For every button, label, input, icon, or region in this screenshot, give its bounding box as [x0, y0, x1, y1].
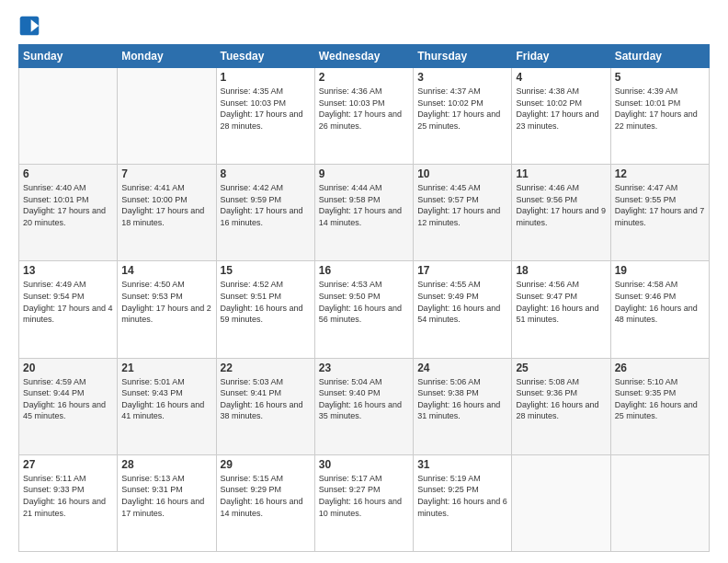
calendar-cell: 3Sunrise: 4:37 AM Sunset: 10:02 PM Dayli… [414, 68, 512, 165]
cell-info: Sunrise: 5:01 AM Sunset: 9:43 PM Dayligh… [121, 376, 211, 422]
calendar-cell: 6Sunrise: 4:40 AM Sunset: 10:01 PM Dayli… [19, 165, 118, 261]
day-number: 15 [221, 264, 311, 277]
calendar-week-row: 1Sunrise: 4:35 AM Sunset: 10:03 PM Dayli… [19, 68, 710, 165]
day-number: 31 [417, 458, 507, 471]
calendar-cell: 23Sunrise: 5:04 AM Sunset: 9:40 PM Dayli… [314, 358, 413, 454]
calendar-cell: 1Sunrise: 4:35 AM Sunset: 10:03 PM Dayli… [216, 68, 314, 165]
calendar-cell: 12Sunrise: 4:47 AM Sunset: 9:55 PM Dayli… [610, 165, 709, 261]
cell-info: Sunrise: 4:42 AM Sunset: 9:59 PM Dayligh… [221, 182, 311, 228]
cell-info: Sunrise: 4:50 AM Sunset: 9:53 PM Dayligh… [121, 279, 211, 325]
day-number: 4 [516, 71, 606, 84]
day-number: 21 [121, 362, 211, 374]
calendar-table: SundayMondayTuesdayWednesdayThursdayFrid… [18, 44, 710, 552]
cell-info: Sunrise: 5:15 AM Sunset: 9:29 PM Dayligh… [221, 473, 311, 519]
day-number: 19 [615, 264, 705, 277]
cell-info: Sunrise: 4:37 AM Sunset: 10:02 PM Daylig… [417, 86, 507, 132]
day-number: 16 [319, 264, 409, 277]
cell-info: Sunrise: 4:53 AM Sunset: 9:50 PM Dayligh… [319, 279, 409, 325]
calendar-cell: 27Sunrise: 5:11 AM Sunset: 9:33 PM Dayli… [19, 454, 118, 551]
page: SundayMondayTuesdayWednesdayThursdayFrid… [0, 0, 728, 563]
day-number: 2 [319, 71, 409, 84]
calendar-header-saturday: Saturday [610, 45, 709, 68]
calendar-cell: 28Sunrise: 5:13 AM Sunset: 9:31 PM Dayli… [118, 454, 216, 551]
calendar-cell: 21Sunrise: 5:01 AM Sunset: 9:43 PM Dayli… [118, 358, 216, 454]
calendar-week-row: 6Sunrise: 4:40 AM Sunset: 10:01 PM Dayli… [19, 165, 710, 261]
calendar-cell [19, 68, 118, 165]
day-number: 27 [23, 458, 113, 471]
calendar-cell: 15Sunrise: 4:52 AM Sunset: 9:51 PM Dayli… [216, 261, 314, 358]
calendar-cell: 29Sunrise: 5:15 AM Sunset: 9:29 PM Dayli… [216, 454, 314, 551]
cell-info: Sunrise: 4:40 AM Sunset: 10:01 PM Daylig… [23, 182, 113, 228]
calendar-cell: 2Sunrise: 4:36 AM Sunset: 10:03 PM Dayli… [314, 68, 413, 165]
calendar-cell: 4Sunrise: 4:38 AM Sunset: 10:02 PM Dayli… [512, 68, 610, 165]
calendar-cell: 7Sunrise: 4:41 AM Sunset: 10:00 PM Dayli… [118, 165, 216, 261]
calendar-cell: 31Sunrise: 5:19 AM Sunset: 9:25 PM Dayli… [414, 454, 512, 551]
calendar-cell [610, 454, 709, 551]
calendar-cell: 9Sunrise: 4:44 AM Sunset: 9:58 PM Daylig… [314, 165, 413, 261]
cell-info: Sunrise: 4:59 AM Sunset: 9:44 PM Dayligh… [23, 376, 113, 422]
calendar-cell: 19Sunrise: 4:58 AM Sunset: 9:46 PM Dayli… [610, 261, 709, 358]
cell-info: Sunrise: 4:58 AM Sunset: 9:46 PM Dayligh… [615, 279, 705, 325]
calendar-week-row: 13Sunrise: 4:49 AM Sunset: 9:54 PM Dayli… [19, 261, 710, 358]
calendar-cell: 17Sunrise: 4:55 AM Sunset: 9:49 PM Dayli… [414, 261, 512, 358]
day-number: 12 [615, 167, 705, 180]
cell-info: Sunrise: 4:39 AM Sunset: 10:01 PM Daylig… [615, 86, 705, 132]
cell-info: Sunrise: 4:47 AM Sunset: 9:55 PM Dayligh… [615, 182, 705, 228]
day-number: 28 [121, 458, 211, 471]
cell-info: Sunrise: 4:38 AM Sunset: 10:02 PM Daylig… [516, 86, 606, 132]
day-number: 8 [221, 167, 311, 180]
cell-info: Sunrise: 5:04 AM Sunset: 9:40 PM Dayligh… [319, 376, 409, 422]
cell-info: Sunrise: 4:41 AM Sunset: 10:00 PM Daylig… [121, 182, 211, 228]
cell-info: Sunrise: 4:44 AM Sunset: 9:58 PM Dayligh… [319, 182, 409, 228]
calendar-header-thursday: Thursday [414, 45, 512, 68]
calendar-week-row: 27Sunrise: 5:11 AM Sunset: 9:33 PM Dayli… [19, 454, 710, 551]
calendar-cell: 11Sunrise: 4:46 AM Sunset: 9:56 PM Dayli… [512, 165, 610, 261]
day-number: 18 [516, 264, 606, 277]
day-number: 11 [516, 167, 606, 180]
calendar-header-wednesday: Wednesday [314, 45, 413, 68]
cell-info: Sunrise: 4:55 AM Sunset: 9:49 PM Dayligh… [417, 279, 507, 325]
cell-info: Sunrise: 5:13 AM Sunset: 9:31 PM Dayligh… [121, 473, 211, 519]
cell-info: Sunrise: 5:10 AM Sunset: 9:35 PM Dayligh… [615, 376, 705, 422]
calendar-cell: 10Sunrise: 4:45 AM Sunset: 9:57 PM Dayli… [414, 165, 512, 261]
day-number: 6 [23, 167, 113, 180]
calendar-cell [118, 68, 216, 165]
cell-info: Sunrise: 5:03 AM Sunset: 9:41 PM Dayligh… [221, 376, 311, 422]
calendar-cell: 22Sunrise: 5:03 AM Sunset: 9:41 PM Dayli… [216, 358, 314, 454]
cell-info: Sunrise: 5:19 AM Sunset: 9:25 PM Dayligh… [417, 473, 507, 519]
cell-info: Sunrise: 5:08 AM Sunset: 9:36 PM Dayligh… [516, 376, 606, 422]
day-number: 26 [615, 362, 705, 374]
calendar-cell: 30Sunrise: 5:17 AM Sunset: 9:27 PM Dayli… [314, 454, 413, 551]
day-number: 20 [23, 362, 113, 374]
cell-info: Sunrise: 4:56 AM Sunset: 9:47 PM Dayligh… [516, 279, 606, 325]
day-number: 7 [121, 167, 211, 180]
calendar-cell: 8Sunrise: 4:42 AM Sunset: 9:59 PM Daylig… [216, 165, 314, 261]
cell-info: Sunrise: 4:35 AM Sunset: 10:03 PM Daylig… [221, 86, 311, 132]
calendar-week-row: 20Sunrise: 4:59 AM Sunset: 9:44 PM Dayli… [19, 358, 710, 454]
calendar-header-friday: Friday [512, 45, 610, 68]
calendar-header-tuesday: Tuesday [216, 45, 314, 68]
cell-info: Sunrise: 5:06 AM Sunset: 9:38 PM Dayligh… [417, 376, 507, 422]
day-number: 25 [516, 362, 606, 374]
day-number: 24 [417, 362, 507, 374]
cell-info: Sunrise: 4:36 AM Sunset: 10:03 PM Daylig… [319, 86, 409, 132]
cell-info: Sunrise: 4:49 AM Sunset: 9:54 PM Dayligh… [23, 279, 113, 325]
calendar-header-monday: Monday [118, 45, 216, 68]
day-number: 23 [319, 362, 409, 374]
day-number: 10 [417, 167, 507, 180]
calendar-cell: 26Sunrise: 5:10 AM Sunset: 9:35 PM Dayli… [610, 358, 709, 454]
calendar-cell: 20Sunrise: 4:59 AM Sunset: 9:44 PM Dayli… [19, 358, 118, 454]
calendar-cell: 5Sunrise: 4:39 AM Sunset: 10:01 PM Dayli… [610, 68, 709, 165]
day-number: 22 [221, 362, 311, 374]
cell-info: Sunrise: 4:52 AM Sunset: 9:51 PM Dayligh… [221, 279, 311, 325]
calendar-header-sunday: Sunday [19, 45, 118, 68]
calendar-cell [512, 454, 610, 551]
cell-info: Sunrise: 4:45 AM Sunset: 9:57 PM Dayligh… [417, 182, 507, 228]
day-number: 9 [319, 167, 409, 180]
day-number: 30 [319, 458, 409, 471]
day-number: 29 [221, 458, 311, 471]
day-number: 1 [221, 71, 311, 84]
day-number: 3 [417, 71, 507, 84]
day-number: 5 [615, 71, 705, 84]
header [18, 15, 710, 37]
